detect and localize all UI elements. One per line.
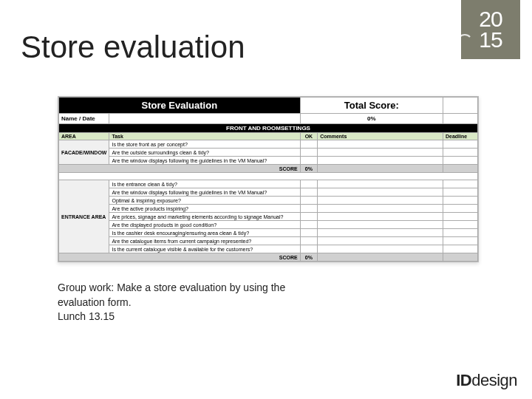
score-value-1: 0% xyxy=(300,165,318,173)
ok-cell[interactable] xyxy=(300,188,318,197)
task-cell: Are the active products inspiring? xyxy=(109,205,300,213)
swirl-icon xyxy=(457,34,473,50)
ok-cell[interactable] xyxy=(300,221,318,229)
comment-cell[interactable] xyxy=(318,157,443,165)
comment-cell[interactable] xyxy=(318,140,443,149)
comment-cell[interactable] xyxy=(318,213,443,221)
comment-cell[interactable] xyxy=(318,180,443,188)
ok-cell[interactable] xyxy=(300,149,318,157)
page-title: Store evaluation xyxy=(21,30,245,65)
comment-cell[interactable] xyxy=(318,205,443,213)
area-facade: FACADE/WINDOW xyxy=(59,140,109,165)
score-row-2: SCORE 0% xyxy=(59,253,478,262)
blank-row xyxy=(59,173,478,180)
ok-cell[interactable] xyxy=(300,237,318,245)
col-ok: OK xyxy=(300,133,318,140)
comment-cell[interactable] xyxy=(318,221,443,229)
task-cell: Is the current catalogue visible & avail… xyxy=(109,245,300,253)
header-empty xyxy=(443,98,478,114)
task-cell: Are the outside surroundings clean & tid… xyxy=(109,149,300,157)
table-row: Are the displayed products in good condi… xyxy=(59,221,478,229)
total-pct: 0% xyxy=(300,114,443,124)
evaluation-sheet: Store Evaluation Total Score: Name / Dat… xyxy=(58,96,479,262)
ok-cell[interactable] xyxy=(300,245,318,253)
table-row: Are prices, signage and marketing elemen… xyxy=(59,213,478,221)
score-label: SCORE xyxy=(59,253,301,262)
table-row: Are the catalogue items from current cam… xyxy=(59,237,478,245)
group-line3: Lunch 13.15 xyxy=(58,310,115,322)
comment-cell[interactable] xyxy=(318,229,443,237)
header-store-eval: Store Evaluation xyxy=(59,98,301,114)
iddesign-logo: IDdesign xyxy=(456,371,517,390)
deadline-cell[interactable] xyxy=(443,140,478,149)
score-row-1: SCORE 0% xyxy=(59,165,478,173)
task-cell: Are prices, signage and marketing elemen… xyxy=(109,213,300,221)
year-bot: 15 xyxy=(479,30,502,51)
table-row: Is the current catalogue visible & avail… xyxy=(59,245,478,253)
comment-cell[interactable] xyxy=(318,237,443,245)
task-cell: Is the store front as per concept? xyxy=(109,140,300,149)
deadline-cell[interactable] xyxy=(443,157,478,165)
table-row: Optimal & inspiring exposure? xyxy=(59,197,478,205)
ok-cell[interactable] xyxy=(300,229,318,237)
column-header-row: AREA Task OK Comments Deadline xyxy=(59,133,478,140)
group-line2: evaluation form. xyxy=(58,296,132,308)
task-cell: Are the window displays following the gu… xyxy=(109,188,300,197)
ok-cell[interactable] xyxy=(300,157,318,165)
task-cell: Are the window displays following the gu… xyxy=(109,157,300,165)
year-logo: 20 15 xyxy=(461,0,520,59)
deadline-cell[interactable] xyxy=(443,188,478,197)
comment-cell[interactable] xyxy=(318,245,443,253)
sheet-header-row: Store Evaluation Total Score: xyxy=(59,98,478,114)
col-area: AREA xyxy=(59,133,109,140)
table-row: Are the window displays following the gu… xyxy=(59,188,478,197)
section-front-roomsettings: FRONT AND ROOMSETTINGS xyxy=(59,124,478,133)
deadline-cell[interactable] xyxy=(443,205,478,213)
ok-cell[interactable] xyxy=(300,180,318,188)
score-value-2: 0% xyxy=(300,253,318,262)
ok-cell[interactable] xyxy=(300,140,318,149)
group-line1: Group work: Make a store evaluation by u… xyxy=(58,282,285,293)
empty xyxy=(443,165,478,173)
section-row: FRONT AND ROOMSETTINGS xyxy=(59,124,478,133)
header-total-score: Total Score: xyxy=(300,98,443,114)
table-row: ENTRANCE AREA Is the entrance clean & ti… xyxy=(59,180,478,188)
name-date-label: Name / Date xyxy=(59,114,109,124)
comment-cell[interactable] xyxy=(318,149,443,157)
deadline-cell[interactable] xyxy=(443,180,478,188)
task-cell: Is the entrance clean & tidy? xyxy=(109,180,300,188)
empty xyxy=(443,114,478,124)
task-cell: Optimal & inspiring exposure? xyxy=(109,197,300,205)
name-date-value[interactable] xyxy=(109,114,300,124)
deadline-cell[interactable] xyxy=(443,245,478,253)
deadline-cell[interactable] xyxy=(443,229,478,237)
logo-id: ID xyxy=(456,371,471,389)
table-row: FACADE/WINDOW Is the store front as per … xyxy=(59,140,478,149)
deadline-cell[interactable] xyxy=(443,237,478,245)
col-deadline: Deadline xyxy=(443,133,478,140)
year-top: 20 xyxy=(479,9,502,30)
table-row: Are the active products inspiring? xyxy=(59,205,478,213)
task-cell: Are the displayed products in good condi… xyxy=(109,221,300,229)
comment-cell[interactable] xyxy=(318,188,443,197)
comment-cell[interactable] xyxy=(318,197,443,205)
group-work-text: Group work: Make a store evaluation by u… xyxy=(58,281,368,324)
logo-design: design xyxy=(471,371,517,389)
ok-cell[interactable] xyxy=(300,197,318,205)
ok-cell[interactable] xyxy=(300,205,318,213)
deadline-cell[interactable] xyxy=(443,197,478,205)
score-label: SCORE xyxy=(59,165,301,173)
col-task: Task xyxy=(109,133,300,140)
empty xyxy=(443,253,478,262)
name-date-row: Name / Date 0% xyxy=(59,114,478,124)
empty xyxy=(318,165,443,173)
table-row: Are the outside surroundings clean & tid… xyxy=(59,149,478,157)
ok-cell[interactable] xyxy=(300,213,318,221)
area-entrance: ENTRANCE AREA xyxy=(59,180,109,253)
table-row: Is the cashier desk encouraging/ensuring… xyxy=(59,229,478,237)
table-row: Are the window displays following the gu… xyxy=(59,157,478,165)
deadline-cell[interactable] xyxy=(443,221,478,229)
deadline-cell[interactable] xyxy=(443,213,478,221)
empty xyxy=(318,253,443,262)
deadline-cell[interactable] xyxy=(443,149,478,157)
